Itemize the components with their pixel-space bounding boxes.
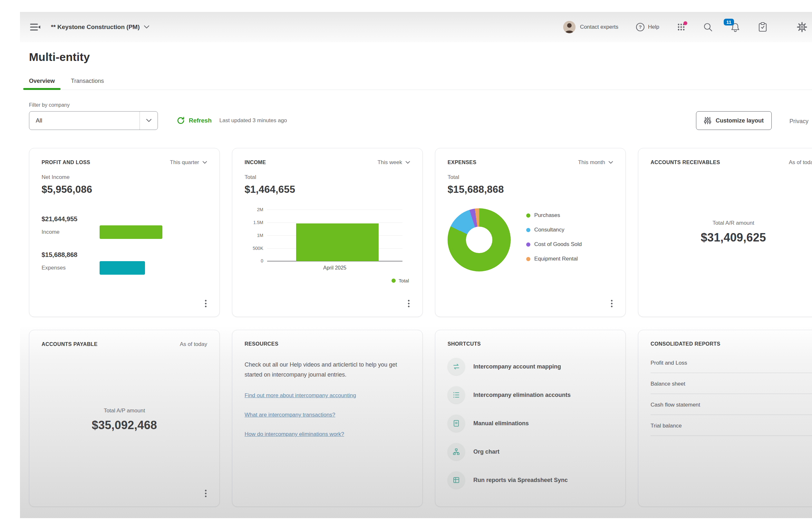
swap-arrows-icon bbox=[448, 358, 465, 375]
expenses-bar-row: $15,688,868 Expenses bbox=[42, 251, 207, 275]
sliders-icon bbox=[704, 117, 711, 125]
expenses-donut-chart[interactable] bbox=[448, 208, 511, 271]
resources-description: Check out all our Help videos and articl… bbox=[245, 360, 412, 379]
contact-experts-label: Contact experts bbox=[580, 24, 618, 30]
main-content: Multi-entity Overview Transactions Filte… bbox=[20, 51, 812, 507]
filter-by-company-label: Filter by company bbox=[29, 102, 158, 108]
shortcut-manual-eliminations[interactable]: Manual eliminations bbox=[448, 415, 613, 432]
y-tick: 0 bbox=[261, 258, 263, 263]
expenses-bar[interactable] bbox=[100, 261, 145, 275]
card-title: SHORTCUTS bbox=[448, 341, 481, 347]
report-cash-flow-statement[interactable]: Cash flow statement bbox=[651, 394, 812, 415]
link-intercompany-transactions[interactable]: What are intercompany transactions? bbox=[245, 412, 335, 418]
legend-dot-equipment-rental bbox=[526, 257, 531, 261]
card-title: CONSOLIDATED REPORTS bbox=[651, 341, 721, 347]
avatar bbox=[563, 21, 576, 33]
top-navigation-bar: ** Keystone Construction (PM) Contact ex… bbox=[20, 12, 812, 42]
shortcut-spreadsheet-sync[interactable]: Run reports via Spreadsheet Sync bbox=[448, 471, 613, 489]
report-profit-and-loss[interactable]: Profit and Loss bbox=[651, 352, 812, 373]
consolidated-reports-card: CONSOLIDATED REPORTS Profit and Loss Bal… bbox=[638, 330, 812, 507]
income-period-dropdown[interactable]: This week bbox=[377, 159, 410, 166]
income-label: Income bbox=[42, 229, 100, 235]
y-tick: 500K bbox=[252, 246, 263, 251]
card-title: INCOME bbox=[245, 160, 266, 166]
ap-total-value: $35,092,468 bbox=[42, 418, 207, 432]
income-total-value: $1,464,655 bbox=[245, 184, 410, 196]
document-icon bbox=[448, 415, 465, 432]
chevron-down-icon bbox=[608, 161, 613, 164]
company-switcher[interactable]: ** Keystone Construction (PM) bbox=[51, 24, 149, 31]
shortcut-label: Manual eliminations bbox=[473, 420, 529, 427]
help-icon: ? bbox=[636, 23, 645, 32]
filter-toolbar: Filter by company All Ref bbox=[29, 102, 812, 130]
tab-overview[interactable]: Overview bbox=[29, 78, 55, 85]
card-title: RESOURCES bbox=[245, 341, 278, 347]
income-amount: $21,644,955 bbox=[42, 215, 207, 223]
chevron-down-icon bbox=[405, 161, 410, 164]
expenses-label: Expenses bbox=[42, 265, 100, 271]
company-filter-value: All bbox=[29, 117, 140, 124]
link-intercompany-accounting[interactable]: Find out more about intercompany account… bbox=[245, 392, 356, 399]
report-balance-sheet[interactable]: Balance sheet bbox=[651, 373, 812, 394]
clipboard-check-icon bbox=[758, 22, 768, 32]
report-trial-balance[interactable]: Trial balance bbox=[651, 415, 812, 436]
legend-label-consultancy: Consultancy bbox=[534, 227, 565, 233]
customize-layout-button[interactable]: Customize layout bbox=[696, 111, 772, 130]
company-name: ** Keystone Construction (PM) bbox=[51, 24, 140, 31]
shortcut-intercompany-elimination-accounts[interactable]: Intercompany elimination accounts bbox=[448, 386, 613, 404]
income-total-label: Total bbox=[245, 174, 410, 181]
dashboard-cards-grid: PROFIT AND LOSS This quarter Net Income … bbox=[29, 148, 812, 507]
link-intercompany-eliminations[interactable]: How do intercompany eliminations work? bbox=[245, 431, 344, 437]
tab-bar: Overview Transactions bbox=[29, 78, 812, 90]
pnl-more-options-button[interactable] bbox=[200, 297, 211, 310]
accounts-payable-card: ACCOUNTS PAYABLE As of today Total A/P a… bbox=[29, 330, 220, 507]
last-updated-text: Last updated 3 minutes ago bbox=[219, 117, 287, 124]
card-title: EXPENSES bbox=[448, 160, 476, 166]
apps-button[interactable] bbox=[677, 23, 686, 32]
notifications-button[interactable]: 11 bbox=[730, 22, 740, 32]
search-button[interactable] bbox=[703, 22, 713, 32]
refresh-button[interactable]: Refresh bbox=[177, 116, 212, 125]
income-bar-row: $21,644,955 Income bbox=[42, 215, 207, 239]
expenses-legend: Purchases Consultancy Cost of Goods Sold… bbox=[526, 212, 582, 262]
y-tick: 2M bbox=[257, 207, 263, 212]
ap-total-label: Total A/P amount bbox=[42, 407, 207, 414]
contact-experts-button[interactable]: Contact experts bbox=[563, 21, 618, 33]
income-period-value: This week bbox=[377, 159, 402, 166]
collapse-menu-button[interactable] bbox=[30, 23, 41, 31]
chevron-down-icon bbox=[202, 161, 207, 164]
ap-more-options-button[interactable] bbox=[200, 487, 211, 500]
chevron-down-icon bbox=[140, 112, 158, 130]
income-chart-bar[interactable] bbox=[296, 224, 379, 261]
spreadsheet-icon bbox=[448, 471, 465, 489]
settings-button[interactable] bbox=[797, 21, 808, 32]
tasks-button[interactable] bbox=[758, 22, 768, 32]
pnl-period-dropdown[interactable]: This quarter bbox=[170, 159, 207, 166]
shortcut-intercompany-account-mapping[interactable]: Intercompany account mapping bbox=[448, 358, 613, 375]
income-bar[interactable] bbox=[100, 225, 162, 239]
expenses-more-options-button[interactable] bbox=[606, 297, 617, 310]
kebab-icon bbox=[205, 300, 206, 301]
income-more-options-button[interactable] bbox=[403, 297, 414, 310]
ar-as-of-label: As of today bbox=[789, 159, 812, 166]
customize-layout-label: Customize layout bbox=[716, 117, 764, 124]
help-button[interactable]: ? Help bbox=[636, 23, 659, 32]
income-bar-chart: 2M 1.5M 1M 500K 0 bbox=[267, 210, 403, 261]
privacy-label[interactable]: Privacy bbox=[789, 118, 812, 125]
legend-label-cogs: Cost of Goods Sold bbox=[534, 241, 582, 248]
company-filter-select[interactable]: All bbox=[29, 111, 158, 130]
kebab-icon bbox=[611, 300, 612, 301]
shortcut-label: Intercompany account mapping bbox=[473, 363, 561, 370]
shortcut-org-chart[interactable]: Org chart bbox=[448, 443, 613, 460]
chevron-down-icon bbox=[144, 25, 149, 29]
refresh-icon bbox=[177, 116, 185, 125]
expenses-period-dropdown[interactable]: This month bbox=[578, 159, 613, 166]
ar-total-label: Total A/R amount bbox=[651, 220, 812, 226]
profit-and-loss-card: PROFIT AND LOSS This quarter Net Income … bbox=[29, 148, 220, 317]
legend-dot-purchases bbox=[526, 213, 531, 218]
legend-dot-total bbox=[392, 278, 396, 283]
search-icon bbox=[703, 22, 713, 32]
expenses-total-value: $15,688,868 bbox=[448, 184, 613, 196]
expenses-amount: $15,688,868 bbox=[42, 251, 207, 259]
tab-transactions[interactable]: Transactions bbox=[71, 78, 104, 85]
